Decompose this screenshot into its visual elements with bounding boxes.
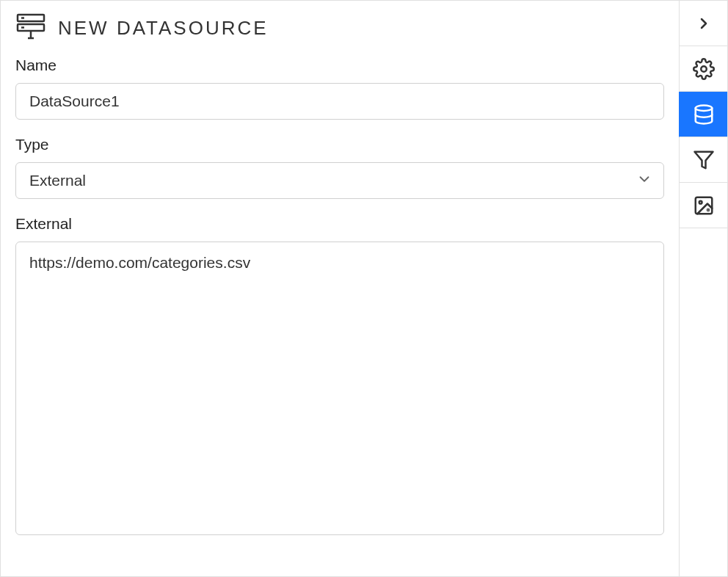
type-label: Type [15, 136, 664, 153]
sidebar-expand-button[interactable] [680, 1, 727, 46]
external-field-group: External [15, 215, 664, 538]
main-panel: NEW DATASOURCE Name Type External Extern… [1, 1, 679, 576]
filter-icon [693, 149, 715, 171]
sidebar-settings-button[interactable] [680, 46, 727, 92]
name-field-group: Name [15, 57, 664, 120]
chevron-right-icon [695, 15, 713, 32]
type-select-wrap: External [15, 162, 664, 199]
name-label: Name [15, 57, 664, 74]
sidebar-filter-button[interactable] [680, 137, 727, 183]
type-field-group: Type External [15, 136, 664, 199]
right-sidebar [679, 1, 727, 576]
svg-point-11 [707, 208, 708, 210]
gear-icon [693, 58, 715, 80]
svg-point-10 [699, 200, 702, 203]
panel-header: NEW DATASOURCE [15, 12, 664, 43]
svg-marker-8 [694, 151, 713, 168]
page-title: NEW DATASOURCE [58, 17, 269, 40]
datasource-icon [15, 12, 46, 43]
name-input[interactable] [15, 83, 664, 120]
external-label: External [15, 215, 664, 233]
image-gear-icon [693, 195, 715, 217]
sidebar-data-button[interactable] [679, 92, 727, 137]
database-icon [693, 104, 715, 126]
type-select[interactable]: External [15, 162, 664, 199]
svg-point-7 [695, 105, 712, 111]
sidebar-image-settings-button[interactable] [680, 183, 727, 228]
external-textarea[interactable] [15, 242, 664, 535]
svg-point-6 [701, 66, 707, 72]
